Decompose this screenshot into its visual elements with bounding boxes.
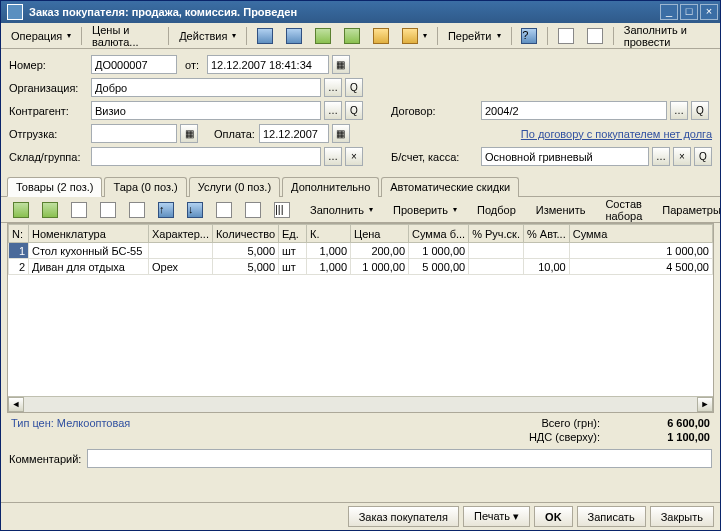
col-sum[interactable]: Сумма	[569, 225, 712, 243]
tab-tare[interactable]: Тара (0 поз.)	[104, 177, 186, 197]
sort-icon[interactable]	[210, 200, 238, 220]
report-icon[interactable]: ▾	[396, 26, 433, 46]
tab-fill-menu[interactable]: Заполнить▾	[304, 200, 379, 220]
date-input[interactable]	[207, 55, 329, 74]
acct-clear-icon[interactable]: ×	[673, 147, 691, 166]
tab-params-button[interactable]: Параметры	[656, 200, 720, 220]
contract-label: Договор:	[391, 105, 477, 117]
contragent-label: Контрагент:	[9, 105, 87, 117]
move-up-icon[interactable]: ↑	[152, 200, 180, 220]
prices-currency-button[interactable]: Цены и валюта...	[86, 26, 164, 46]
col-manual-discount[interactable]: % Руч.ск.	[469, 225, 524, 243]
price-type-label: Тип цен: Мелкооптовая	[11, 417, 130, 445]
delete-all-icon[interactable]	[123, 200, 151, 220]
wh-clear-icon[interactable]: ×	[345, 147, 363, 166]
maximize-button[interactable]: □	[680, 4, 698, 20]
contract-ellipsis-icon[interactable]: …	[670, 101, 688, 120]
footer-bar: Заказ покупателя Печать ▾ OK Записать За…	[1, 502, 720, 530]
list-icon[interactable]	[552, 26, 580, 46]
org-input[interactable]	[91, 78, 321, 97]
edit-row-icon[interactable]	[65, 200, 93, 220]
tab-extra[interactable]: Дополнительно	[282, 177, 379, 197]
col-sum-base[interactable]: Сумма б...	[409, 225, 469, 243]
operation-menu[interactable]: Операция▾	[5, 26, 77, 46]
move-down-icon[interactable]: ↓	[181, 200, 209, 220]
nav-prev-icon[interactable]	[280, 26, 308, 46]
col-unit[interactable]: Ед.	[279, 225, 307, 243]
ok-button[interactable]: OK	[534, 506, 573, 527]
tab-pick-button[interactable]: Подбор	[471, 200, 522, 220]
org-lookup-icon[interactable]: Q	[345, 78, 363, 97]
doc-icon[interactable]	[367, 26, 395, 46]
vat-label: НДС (сверху):	[529, 431, 600, 443]
goods-grid[interactable]: N: Номенклатура Характер... Количество Е…	[7, 223, 714, 413]
actions-menu[interactable]: Действия▾	[173, 26, 242, 46]
comment-input[interactable]	[87, 449, 712, 468]
refresh-icon[interactable]	[309, 26, 337, 46]
delete-row-icon[interactable]	[94, 200, 122, 220]
close-button[interactable]: ×	[700, 4, 718, 20]
pay-input[interactable]	[259, 124, 329, 143]
main-toolbar: Операция▾ Цены и валюта... Действия▾ ▾ П…	[1, 23, 720, 49]
col-price[interactable]: Цена	[351, 225, 409, 243]
save-button[interactable]: Записать	[577, 506, 646, 527]
wh-ellipsis-icon[interactable]: …	[324, 147, 342, 166]
pay-cal-icon[interactable]: ▦	[332, 124, 350, 143]
tab-check-menu[interactable]: Проверить▾	[387, 200, 463, 220]
table-row[interactable]: 1Стол кухонный БС-555,000шт1,000200,001 …	[9, 243, 713, 259]
from-label: от:	[185, 59, 199, 71]
col-n[interactable]: N:	[9, 225, 29, 243]
tab-edit-button[interactable]: Изменить	[530, 200, 592, 220]
minimize-button[interactable]: _	[660, 4, 678, 20]
contract-input[interactable]	[481, 101, 667, 120]
scroll-right-icon[interactable]: ►	[697, 397, 713, 412]
contragent-input[interactable]	[91, 101, 321, 120]
app-icon	[7, 4, 23, 20]
copy-row-icon[interactable]	[36, 200, 64, 220]
close-footer-button[interactable]: Закрыть	[650, 506, 714, 527]
number-input[interactable]	[91, 55, 177, 74]
scroll-left-icon[interactable]: ◄	[8, 397, 24, 412]
tab-toolbar: ↑ ↓ ||| Заполнить▾ Проверить▾ Подбор Изм…	[1, 197, 720, 223]
form-header: Номер: от: ▦ Организация: … Q Контрагент…	[1, 49, 720, 174]
fill-and-post-button[interactable]: Заполнить и провести	[618, 26, 716, 46]
tabs: Товары (2 поз.) Тара (0 поз.) Услуги (0 …	[1, 176, 720, 197]
total-value: 6 600,00	[620, 417, 710, 429]
calendar-icon[interactable]: ▦	[332, 55, 350, 74]
window-title: Заказ покупателя: продажа, комиссия. Про…	[27, 6, 660, 18]
ship-cal-icon[interactable]: ▦	[180, 124, 198, 143]
tab-discounts[interactable]: Автоматические скидки	[381, 177, 519, 197]
nav-first-icon[interactable]	[251, 26, 279, 46]
tab-set-button[interactable]: Состав набора	[599, 200, 648, 220]
post-icon[interactable]	[338, 26, 366, 46]
contract-lookup-icon[interactable]: Q	[691, 101, 709, 120]
table-row[interactable]: 2Диван для отдыхаОрех5,000шт1,0001 000,0…	[9, 259, 713, 275]
goto-menu[interactable]: Перейти▾	[442, 26, 507, 46]
tab-goods[interactable]: Товары (2 поз.)	[7, 177, 102, 197]
tree-icon[interactable]	[581, 26, 609, 46]
col-characteristic[interactable]: Характер...	[149, 225, 213, 243]
account-input[interactable]	[481, 147, 649, 166]
settings-icon[interactable]	[239, 200, 267, 220]
tab-services[interactable]: Услуги (0 поз.)	[189, 177, 280, 197]
debt-link[interactable]: По договору с покупателем нет долга	[521, 128, 712, 140]
horizontal-scrollbar[interactable]: ◄ ►	[8, 396, 713, 412]
contr-lookup-icon[interactable]: Q	[345, 101, 363, 120]
acct-lookup-icon[interactable]: Q	[694, 147, 712, 166]
col-k[interactable]: К.	[307, 225, 351, 243]
print-button[interactable]: Печать ▾	[463, 506, 530, 527]
org-ellipsis-icon[interactable]: …	[324, 78, 342, 97]
col-quantity[interactable]: Количество	[212, 225, 278, 243]
barcode-icon[interactable]: |||	[268, 200, 296, 220]
order-button[interactable]: Заказ покупателя	[348, 506, 459, 527]
number-label: Номер:	[9, 59, 87, 71]
col-auto-discount[interactable]: % Авт...	[523, 225, 569, 243]
help-icon[interactable]: ?	[515, 26, 543, 46]
acct-ellipsis-icon[interactable]: …	[652, 147, 670, 166]
total-label: Всего (грн):	[542, 417, 601, 429]
warehouse-input[interactable]	[91, 147, 321, 166]
ship-input[interactable]	[91, 124, 177, 143]
col-nomenclature[interactable]: Номенклатура	[29, 225, 149, 243]
add-row-icon[interactable]	[7, 200, 35, 220]
contr-ellipsis-icon[interactable]: …	[324, 101, 342, 120]
